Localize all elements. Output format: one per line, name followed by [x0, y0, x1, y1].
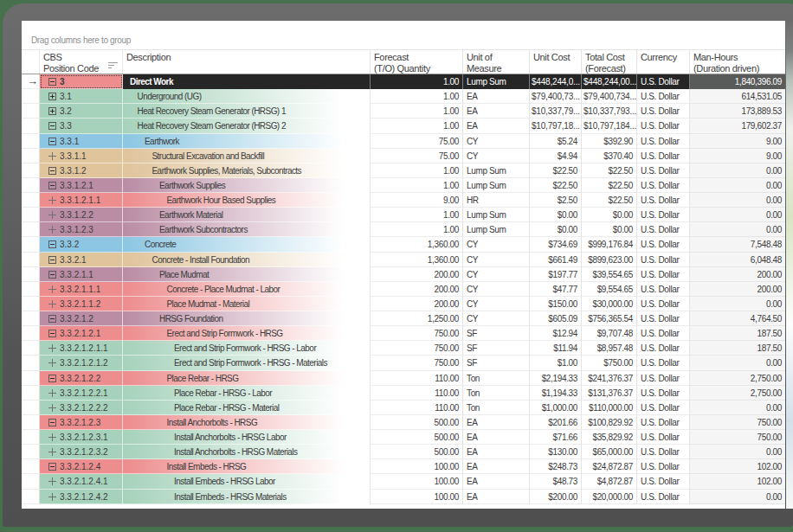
cell-forecast-quantity[interactable]: 200.00 [371, 282, 463, 297]
grid-row-3-3-2-1-2-1-1[interactable]: 3.3.2.1.2.1.1Erect and Strip Formwork - … [22, 341, 785, 356]
cell-unit-of-measure[interactable]: CY [463, 253, 530, 267]
cell-forecast-quantity[interactable]: 1.00 [371, 178, 463, 193]
cell-cbs-position-code[interactable]: 3.3.1.2 [40, 163, 123, 178]
cell-cbs-position-code[interactable]: 3.3.2.1.2.4.2 [40, 490, 123, 504]
cell-man-hours[interactable]: 0.00 [690, 222, 785, 237]
expand-icon[interactable] [48, 344, 56, 352]
cell-man-hours[interactable]: 9.00 [690, 149, 785, 163]
cell-currency[interactable]: U.S. Dollar [637, 326, 690, 341]
cell-unit-cost[interactable]: $150.00 [530, 297, 582, 311]
cell-total-cost[interactable]: $10,797,184... [582, 119, 637, 133]
grid-row-3-3-2-1-2-1[interactable]: 3.3.2.1.2.1Erect and Strip Formwork - HR… [22, 326, 785, 341]
cell-currency[interactable]: U.S. Dollar [637, 415, 690, 430]
cell-total-cost[interactable]: $8,957.48 [582, 341, 637, 356]
cell-total-cost[interactable]: $100,829.92 [582, 415, 637, 430]
grid-row-3-3-2-1-2-2[interactable]: 3.3.2.1.2.2Place Rebar - HRSG110.00Ton$2… [22, 371, 785, 386]
cell-man-hours[interactable]: 102.00 [690, 459, 785, 474]
expand-icon[interactable] [48, 196, 56, 204]
collapse-icon[interactable] [48, 122, 56, 130]
cell-currency[interactable]: U.S. Dollar [637, 297, 690, 311]
cell-total-cost[interactable]: $370.40 [582, 149, 637, 163]
cell-currency[interactable]: U.S. Dollar [637, 490, 690, 504]
cell-cbs-position-code[interactable]: 3.3.2.1.2.3.1 [40, 430, 123, 445]
column-header-description[interactable]: Description [123, 50, 371, 74]
cell-unit-cost[interactable]: $130.00 [530, 445, 582, 459]
collapse-icon[interactable] [48, 240, 56, 248]
cell-cbs-position-code[interactable]: 3.3.1.1 [40, 149, 123, 163]
expand-icon[interactable] [48, 404, 56, 412]
cell-total-cost[interactable]: $35,829.92 [582, 430, 637, 445]
cell-unit-of-measure[interactable]: EA [463, 474, 530, 489]
grid-row-3-3[interactable]: 3.3Heat Recovery Steam Generator (HRSG) … [22, 119, 785, 133]
cell-man-hours[interactable]: 187.50 [690, 326, 785, 341]
cell-unit-cost[interactable]: $448,244,0... [530, 74, 582, 89]
cell-man-hours[interactable]: 0.00 [690, 401, 785, 415]
cell-unit-cost[interactable]: $1.00 [530, 356, 582, 370]
cell-unit-of-measure[interactable]: CY [463, 134, 530, 149]
grid-row-3-3-1[interactable]: 3.3.1Earthwork75.00CY$5.24$392.90U.S. Do… [22, 134, 785, 149]
cell-description[interactable]: Place Rebar - HRSG - Material [123, 401, 371, 415]
collapse-icon[interactable] [48, 138, 56, 145]
cell-cbs-position-code[interactable]: 3.3.2.1.2 [40, 311, 123, 326]
cell-currency[interactable]: U.S. Dollar [637, 356, 690, 370]
cell-unit-cost[interactable]: $2.50 [530, 193, 582, 208]
column-header-unit-of-measure[interactable]: Unit of Measure [463, 50, 530, 74]
cell-unit-of-measure[interactable]: Ton [463, 386, 530, 401]
cell-forecast-quantity[interactable]: 110.00 [371, 371, 463, 386]
cell-unit-of-measure[interactable]: SF [463, 356, 530, 370]
grid-row-3-3-2-1[interactable]: 3.3.2.1Concrete - Install Foundation1,36… [22, 253, 785, 267]
cell-description[interactable]: Earthwork Supplies, Materials, Subcontra… [123, 163, 371, 178]
cell-forecast-quantity[interactable]: 1.00 [371, 119, 463, 133]
cell-man-hours[interactable]: 7,548.48 [690, 237, 785, 252]
cell-unit-of-measure[interactable]: EA [463, 119, 530, 133]
grid-row-3-3-2-1-2-3-1[interactable]: 3.3.2.1.2.3.1Install Anchorbolts - HRSG … [22, 430, 785, 445]
cell-unit-of-measure[interactable]: EA [463, 459, 530, 474]
grid-row-3-3-2-1-2-2-2[interactable]: 3.3.2.1.2.2.2Place Rebar - HRSG - Materi… [22, 401, 785, 415]
cell-unit-of-measure[interactable]: CY [463, 237, 530, 252]
collapse-icon[interactable] [48, 419, 56, 426]
cell-total-cost[interactable]: $22.50 [582, 193, 637, 208]
column-header-total-cost[interactable]: Total Cost (Forecast) [582, 50, 637, 74]
expand-icon[interactable] [48, 152, 56, 160]
cell-cbs-position-code[interactable]: 3.1 [40, 89, 123, 104]
cell-cbs-position-code[interactable]: 3.2 [40, 104, 123, 119]
cell-description[interactable]: Concrete [123, 237, 371, 252]
grid-row-3-3-1-2-3[interactable]: 3.3.1.2.3Earthwork Subcontractors1.00Lum… [22, 222, 785, 237]
cell-unit-cost[interactable]: $201.66 [530, 415, 582, 430]
cell-currency[interactable]: U.S. Dollar [637, 430, 690, 445]
cell-forecast-quantity[interactable]: 1.00 [371, 104, 463, 119]
grid-row-3-3-2-1-2-4-1[interactable]: 3.3.2.1.2.4.1Install Embeds - HRSG Labor… [22, 474, 785, 489]
cell-unit-of-measure[interactable]: Lump Sum [463, 208, 530, 222]
cell-unit-cost[interactable]: $734.69 [530, 237, 582, 252]
cell-forecast-quantity[interactable]: 110.00 [371, 386, 463, 401]
cell-currency[interactable]: U.S. Dollar [637, 222, 690, 237]
cell-currency[interactable]: U.S. Dollar [637, 104, 690, 119]
cell-description[interactable]: Place Mudmat [123, 267, 371, 282]
cell-unit-of-measure[interactable]: EA [463, 104, 530, 119]
cell-unit-cost[interactable]: $5.24 [530, 134, 582, 149]
expand-icon[interactable] [48, 478, 56, 485]
cell-currency[interactable]: U.S. Dollar [637, 459, 690, 474]
cell-total-cost[interactable]: $448,244,00... [582, 74, 637, 89]
cell-currency[interactable]: U.S. Dollar [637, 267, 690, 282]
cell-description[interactable]: Install Embeds - HRSG Labor [123, 474, 371, 489]
cell-unit-of-measure[interactable]: EA [463, 415, 530, 430]
cell-cbs-position-code[interactable]: 3.3.1 [40, 134, 123, 149]
cell-man-hours[interactable]: 173,889.53 [690, 104, 785, 119]
cell-total-cost[interactable]: $131,376.37 [582, 386, 637, 401]
cell-unit-cost[interactable]: $0.00 [530, 222, 582, 237]
cell-forecast-quantity[interactable]: 1.00 [371, 163, 463, 178]
cell-description[interactable]: Heat Recovery Steam Generator (HRSG) 2 [123, 119, 371, 133]
cell-unit-cost[interactable]: $200.00 [530, 490, 582, 504]
cell-forecast-quantity[interactable]: 200.00 [371, 267, 463, 282]
cell-cbs-position-code[interactable]: 3.3.2.1.2.1.2 [40, 356, 123, 370]
cell-man-hours[interactable]: 2,750.00 [690, 371, 785, 386]
cell-unit-of-measure[interactable]: SF [463, 326, 530, 341]
column-header-unit-cost[interactable]: Unit Cost [530, 50, 582, 74]
cell-forecast-quantity[interactable]: 100.00 [371, 490, 463, 504]
cell-forecast-quantity[interactable]: 750.00 [371, 356, 463, 370]
cell-forecast-quantity[interactable]: 1,250.00 [371, 311, 463, 326]
cell-forecast-quantity[interactable]: 1.00 [371, 89, 463, 104]
column-header-man-hours[interactable]: Man-Hours (Duration driven) [690, 50, 785, 74]
cell-description[interactable]: Structural Excavation and Backfill [123, 149, 371, 163]
